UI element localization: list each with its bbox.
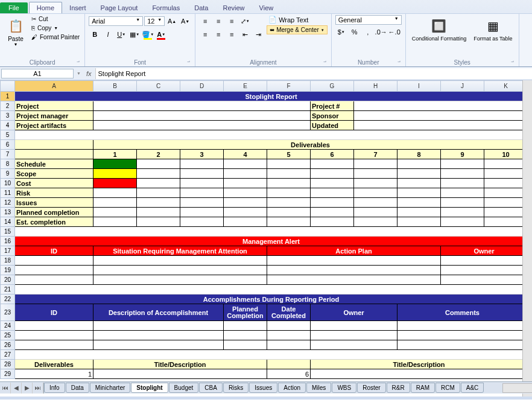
col-header-D[interactable]: D	[180, 81, 224, 92]
row-header-28[interactable]: 28	[1, 360, 15, 369]
align-left-button[interactable]: ≡	[199, 28, 211, 40]
sheet-tab-cba[interactable]: CBA	[199, 383, 223, 393]
row-header-7[interactable]: 7	[1, 150, 15, 159]
row-header-5[interactable]: 5	[1, 130, 15, 140]
row-header-27[interactable]: 27	[1, 350, 15, 360]
mgmt-action-header[interactable]: Action Plan	[267, 246, 441, 256]
file-tab[interactable]: File	[0, 2, 28, 13]
value-artifacts[interactable]	[93, 121, 311, 130]
row-header-24[interactable]: 24	[1, 321, 15, 331]
accomp-comments-header[interactable]: Comments	[397, 304, 528, 321]
deliv-footer-label[interactable]: Deliverables	[15, 360, 93, 369]
fill-color-button[interactable]: 🪣▼	[142, 28, 154, 40]
row-header-12[interactable]: 12	[1, 198, 15, 208]
accomp-owner-header[interactable]: Owner	[311, 304, 397, 321]
deliv-7[interactable]: 7	[354, 150, 397, 159]
col-header-G[interactable]: G	[311, 81, 354, 92]
font-color-button[interactable]: A▼	[155, 28, 167, 40]
col-header-B[interactable]: B	[93, 81, 137, 92]
label-project-num[interactable]: Project #	[311, 101, 354, 111]
align-bottom-button[interactable]: ≡	[226, 15, 238, 27]
col-header-H[interactable]: H	[354, 81, 397, 92]
row-header-13[interactable]: 13	[1, 208, 15, 217]
cost-status-1[interactable]	[93, 179, 137, 188]
label-est-completion[interactable]: Est. completion	[15, 217, 93, 227]
col-header-I[interactable]: I	[397, 81, 441, 92]
scope-status-1[interactable]	[93, 169, 137, 179]
col-header-C[interactable]: C	[137, 81, 180, 92]
paste-button[interactable]: 📋 Paste ▼	[4, 15, 28, 48]
accomp-title[interactable]: Accomplishments During Reporting Period	[15, 295, 528, 304]
report-title[interactable]: Stoplight Report	[15, 92, 528, 101]
deliv-5[interactable]: 5	[267, 150, 311, 159]
value-pm[interactable]	[93, 111, 311, 121]
worksheet[interactable]: A B C D E F G H I J K 1 Stoplight Report…	[0, 80, 528, 379]
row-header-10[interactable]: 10	[1, 179, 15, 188]
copy-button[interactable]: ⎘Copy▼	[30, 24, 81, 32]
row-header-15[interactable]: 15	[1, 227, 15, 237]
deliv-footer-title2[interactable]: Title/Description	[311, 360, 528, 369]
deliverables-corner[interactable]	[15, 140, 93, 150]
sheet-tab-rcm[interactable]: RCM	[435, 383, 460, 393]
tab-review[interactable]: Review	[215, 2, 252, 13]
label-schedule[interactable]: Schedule	[15, 159, 93, 169]
accomp-date-header[interactable]: Date Completed	[267, 304, 311, 321]
sheet-tab-minicharter[interactable]: Minicharter	[90, 383, 130, 393]
font-size-select[interactable]: 12 ▼	[144, 16, 165, 26]
shrink-font-button[interactable]: A▼	[179, 15, 191, 27]
row-header-2[interactable]: 2	[1, 101, 15, 111]
sheet-nav-last[interactable]: ⏭	[33, 383, 43, 393]
deliverables-header[interactable]: Deliverables	[93, 140, 528, 150]
sheet-tab-wbs[interactable]: WBS	[332, 383, 356, 393]
label-scope[interactable]: Scope	[15, 169, 93, 179]
label-planned-completion[interactable]: Planned completion	[15, 208, 93, 217]
sheet-tab-stoplight[interactable]: Stoplight	[131, 383, 168, 393]
tab-formulas[interactable]: Formulas	[145, 2, 187, 13]
sheet-tab-budget[interactable]: Budget	[169, 383, 199, 393]
sheet-tab-miles[interactable]: Miles	[306, 383, 331, 393]
sheet-nav-next[interactable]: ▶	[22, 383, 33, 393]
deliv-footer-val1[interactable]: 1	[15, 369, 93, 379]
format-painter-button[interactable]: 🖌Format Painter	[30, 33, 81, 41]
label-cost[interactable]: Cost	[15, 179, 93, 188]
orientation-button[interactable]: ⤢▼	[239, 15, 251, 27]
row-header-18[interactable]: 18	[1, 256, 15, 266]
cut-button[interactable]: ✂Cut	[30, 15, 81, 23]
row-header-14[interactable]: 14	[1, 217, 15, 227]
row-header-3[interactable]: 3	[1, 111, 15, 121]
row-header-4[interactable]: 4	[1, 121, 15, 130]
tab-insert[interactable]: Insert	[62, 2, 93, 13]
sheet-tab-ram[interactable]: RAM	[411, 383, 435, 393]
deliv-footer-val2[interactable]: 6	[267, 369, 311, 379]
col-header-A[interactable]: A	[15, 81, 93, 92]
mgmt-alert-title[interactable]: Management Alert	[15, 237, 528, 246]
horizontal-scrollbar[interactable]	[502, 383, 532, 393]
row-header-19[interactable]: 19	[1, 266, 15, 275]
mgmt-id-header[interactable]: ID	[15, 246, 93, 256]
label-issues[interactable]: Issues	[15, 198, 93, 208]
sheet-nav-first[interactable]: ⏮	[0, 383, 11, 393]
align-right-button[interactable]: ≡	[226, 28, 238, 40]
sheet-tab-action[interactable]: Action	[278, 383, 306, 393]
deliv-6[interactable]: 6	[311, 150, 354, 159]
sheet-tab-roster[interactable]: Roster	[357, 383, 385, 393]
formula-input[interactable]	[95, 68, 533, 79]
deliv-3[interactable]: 3	[180, 150, 224, 159]
deliv-8[interactable]: 8	[397, 150, 441, 159]
conditional-formatting-button[interactable]: 🔲 Conditional Formatting	[410, 15, 469, 43]
vertical-scrollbar[interactable]	[522, 80, 532, 397]
font-name-select[interactable]: Arial ▼	[89, 16, 143, 26]
indent-increase-button[interactable]: ⇥	[252, 28, 264, 40]
row-header-11[interactable]: 11	[1, 188, 15, 198]
row-header-1[interactable]: 1	[1, 92, 15, 101]
label-updated[interactable]: Updated	[311, 121, 354, 130]
label-sponsor[interactable]: Sponsor	[311, 111, 354, 121]
col-header-J[interactable]: J	[441, 81, 484, 92]
row-header-16[interactable]: 16	[1, 237, 15, 246]
blank-row[interactable]	[15, 130, 528, 140]
number-format-select[interactable]: General▼	[335, 15, 402, 25]
comma-button[interactable]: ,	[362, 26, 374, 38]
mgmt-owner-header[interactable]: Owner	[441, 246, 528, 256]
tab-page-layout[interactable]: Page Layout	[93, 2, 145, 13]
name-box-dropdown-icon[interactable]: ▼	[75, 71, 83, 75]
